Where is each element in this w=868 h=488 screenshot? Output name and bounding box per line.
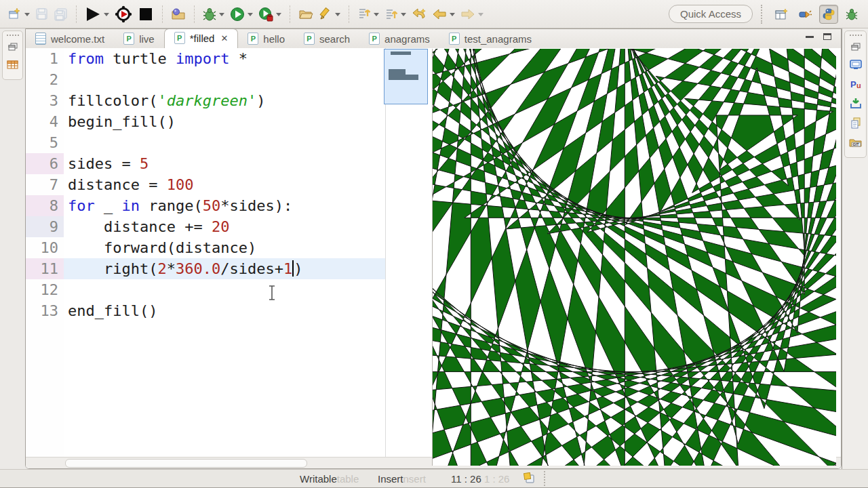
close-tab-icon[interactable]: ✕ (220, 33, 228, 43)
dropdown-arrow-icon[interactable] (276, 13, 281, 19)
python-perspective-button[interactable] (819, 5, 838, 24)
turtle-svg (433, 49, 836, 466)
tab-label: hello (263, 33, 285, 45)
horizontal-scrollbar-thumb[interactable] (65, 459, 307, 468)
code-line: for _ in range(50*sides): (64, 195, 385, 216)
tab-hello[interactable]: Phello (238, 30, 294, 48)
ghost-text: 1 : 26 (484, 473, 510, 485)
code-line: distance += 20 (64, 216, 385, 237)
tab-live[interactable]: Plive (114, 30, 164, 48)
console-icon (850, 60, 862, 70)
tab-anagrams[interactable]: Panagrams (359, 30, 439, 48)
insert-mode-status: Insertnsert (378, 473, 426, 485)
line-number: 7 (26, 174, 64, 195)
debug-button[interactable] (201, 6, 226, 22)
mark-occurrences-button[interactable] (317, 6, 342, 22)
dropdown-arrow-icon[interactable] (401, 13, 406, 19)
maximize-icon[interactable] (823, 33, 831, 40)
cursor-position-status: 11 : 26 1 : 26 (451, 473, 509, 485)
line-number: 9 (26, 216, 64, 237)
tab-welcome-txt[interactable]: welcome.txt (26, 30, 114, 48)
back-button[interactable] (430, 7, 457, 22)
run-external-icon (85, 6, 101, 22)
dropdown-arrow-icon[interactable] (104, 13, 109, 19)
restore-pane-icon (7, 42, 18, 52)
code-line: end_fill() (64, 300, 385, 321)
drag-handle-icon[interactable] (850, 35, 862, 36)
open-perspective-button[interactable] (773, 6, 791, 22)
copy-docs-view-button[interactable] (850, 117, 861, 131)
next-annotation-button[interactable] (355, 6, 381, 22)
previous-annotation-button[interactable] (382, 6, 408, 22)
record-button[interactable] (113, 4, 134, 24)
py-file-icon: P (174, 32, 185, 44)
dropdown-arrow-icon[interactable] (374, 13, 379, 19)
ghost-text: table (337, 473, 359, 485)
code-area[interactable]: from turtle import *fillcolor('darkgreen… (64, 48, 385, 458)
git-repositories-view-button[interactable]: GIT (849, 137, 862, 150)
dropdown-arrow-icon[interactable] (24, 13, 30, 19)
restore-pane-button[interactable] (7, 42, 18, 54)
drag-handle-icon[interactable] (7, 35, 19, 36)
line-number: 8 (26, 195, 64, 216)
minimap-viewport[interactable] (384, 49, 428, 104)
line-number: 1 (26, 48, 64, 69)
stop-button[interactable] (136, 5, 156, 24)
profile-icon (258, 7, 273, 22)
smart-insert-button[interactable] (524, 472, 535, 486)
quick-access-button[interactable]: Quick Access (669, 5, 753, 23)
run-button[interactable] (228, 5, 255, 23)
pyunit-icon: Pu (850, 79, 862, 89)
open-resource-button[interactable] (296, 6, 315, 22)
other-perspective-button[interactable] (796, 6, 814, 22)
down-arrow-lines-icon (357, 7, 371, 21)
new-wizard-button[interactable] (6, 6, 32, 22)
forward-button[interactable] (458, 7, 486, 22)
tab-label: test_anagrams (465, 33, 532, 45)
code-line (64, 69, 385, 90)
dropdown-arrow-icon[interactable] (335, 13, 340, 19)
data-table-view-button[interactable] (7, 60, 18, 73)
code-line: distance = 100 (64, 174, 385, 195)
tab-filled[interactable]: P*filled✕ (164, 28, 239, 48)
minimap-line-marker (391, 52, 411, 55)
restore-pane-button[interactable] (850, 42, 861, 54)
code-line: right(2*360.0/sides+1) (64, 258, 385, 279)
dropdown-arrow-icon[interactable] (248, 13, 253, 19)
debug-perspective-button[interactable] (844, 6, 860, 22)
minimize-icon[interactable] (806, 36, 814, 38)
save-all-button[interactable] (52, 6, 70, 22)
svg-text:u: u (856, 81, 861, 89)
minimap-column[interactable] (386, 48, 433, 468)
pull-down-view-button[interactable] (850, 98, 862, 112)
main-toolbar: Quick Access (0, 0, 868, 28)
save-button[interactable] (33, 6, 50, 22)
dropdown-arrow-icon[interactable] (450, 13, 455, 19)
minimap-line-marker (389, 69, 406, 75)
left-dock-panel (2, 30, 23, 80)
profile-button[interactable] (256, 5, 283, 23)
status-bar: Writabletable Insertnsert 11 : 26 1 : 26 (0, 469, 868, 488)
svg-text:GIT: GIT (853, 142, 860, 146)
git-folder-icon: GIT (849, 137, 862, 148)
console-view-button[interactable] (850, 60, 862, 73)
dropdown-arrow-icon[interactable] (478, 13, 484, 19)
tab-strip[interactable]: welcome.txtPliveP*filled✕PhelloPsearchPa… (26, 29, 841, 49)
toolbar-separator (761, 5, 762, 24)
tab-test-anagrams[interactable]: Ptest_anagrams (439, 30, 541, 48)
dropdown-arrow-icon[interactable] (219, 13, 224, 19)
tab-label: anagrams (384, 33, 430, 45)
back-arrow-icon (432, 8, 447, 20)
editor-window-buttons (806, 33, 841, 44)
last-edit-location-button[interactable] (410, 6, 429, 22)
py-file-icon: P (449, 33, 460, 45)
pyunit-view-button[interactable]: Pu (850, 79, 862, 92)
tab-search[interactable]: Psearch (294, 30, 359, 48)
run-external-button[interactable] (83, 5, 111, 24)
new-pydev-package-button[interactable] (169, 6, 188, 22)
line-number-gutter[interactable]: 12345678910111213 (26, 48, 64, 458)
save-icon (35, 7, 48, 20)
svg-text:P: P (850, 79, 856, 89)
py-file-icon: P (123, 33, 134, 45)
line-number: 12 (26, 279, 64, 300)
